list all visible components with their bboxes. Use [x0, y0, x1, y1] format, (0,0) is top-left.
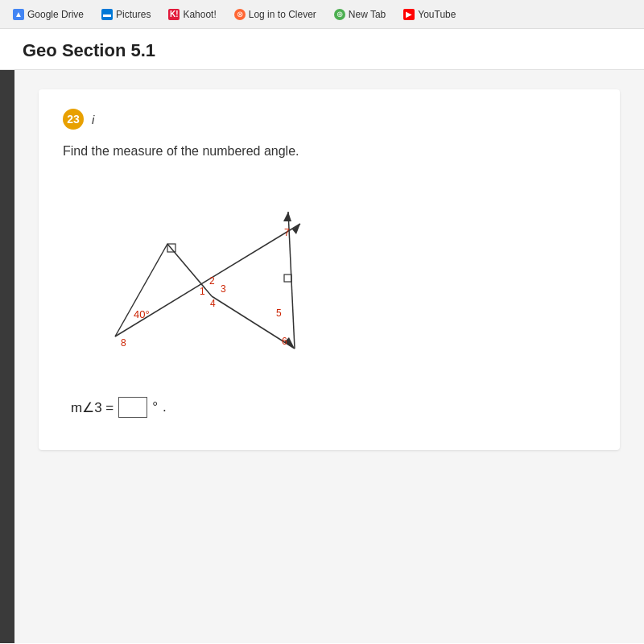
answer-prefix: m∠3 = — [71, 399, 114, 416]
browser-tab-bar: ▲ Google Drive ▬ Pictures K! Kahoot! ⊗ L… — [0, 0, 644, 29]
answer-input-box[interactable] — [118, 397, 147, 418]
period: . — [163, 399, 167, 415]
tab-clever[interactable]: ⊗ Log in to Clever — [228, 6, 323, 23]
kahoot-icon: K! — [168, 9, 180, 20]
answer-row: m∠3 = ° . — [63, 397, 596, 418]
question-part: i — [92, 113, 94, 126]
tab-label-clever: Log in to Clever — [249, 9, 316, 20]
tab-label-new-tab: New Tab — [349, 9, 386, 20]
clever-icon: ⊗ — [234, 9, 246, 20]
main-content: 23 i Find the measure of the numbered an… — [14, 70, 644, 643]
tab-google-drive[interactable]: ▲ Google Drive — [6, 6, 90, 23]
svg-text:6: 6 — [282, 336, 287, 347]
tab-label-kahoot: Kahoot! — [183, 9, 216, 20]
svg-text:40°: 40° — [134, 308, 150, 320]
pictures-icon: ▬ — [101, 9, 113, 20]
svg-marker-7 — [283, 212, 291, 221]
degree-symbol: ° — [152, 399, 158, 415]
svg-text:1: 1 — [200, 286, 205, 297]
youtube-icon: ▶ — [403, 9, 415, 20]
left-sidebar — [0, 70, 14, 643]
tab-youtube[interactable]: ▶ YouTube — [397, 6, 462, 23]
new-tab-icon: ⊕ — [334, 9, 345, 20]
page-title: Geo Section 5.1 — [23, 40, 155, 60]
svg-text:3: 3 — [221, 283, 226, 295]
svg-text:4: 4 — [210, 298, 216, 309]
svg-text:5: 5 — [276, 308, 282, 319]
geometry-diagram: 40° 1 2 3 4 5 6 7 8 — [79, 180, 336, 365]
tab-new-tab[interactable]: ⊕ New Tab — [328, 6, 392, 23]
svg-text:8: 8 — [121, 337, 126, 349]
tab-label-youtube: YouTube — [418, 9, 456, 20]
svg-marker-1 — [292, 224, 300, 234]
svg-text:2: 2 — [209, 275, 215, 287]
tab-label-pictures: Pictures — [116, 9, 151, 20]
question-container: 23 i Find the measure of the numbered an… — [39, 89, 620, 450]
main-layout: 23 i Find the measure of the numbered an… — [0, 70, 644, 643]
question-header: 23 i — [63, 109, 596, 130]
page-header: Geo Section 5.1 — [0, 29, 644, 70]
svg-rect-9 — [284, 275, 291, 282]
svg-line-3 — [115, 244, 167, 336]
tab-label-google-drive: Google Drive — [27, 9, 84, 20]
question-number: 23 — [63, 109, 84, 130]
tab-pictures[interactable]: ▬ Pictures — [95, 6, 157, 23]
svg-text:7: 7 — [284, 227, 290, 238]
tab-kahoot[interactable]: K! Kahoot! — [162, 6, 222, 23]
google-drive-icon: ▲ — [13, 9, 24, 20]
question-instruction: Find the measure of the numbered angle. — [63, 144, 596, 159]
diagram-wrapper: 40° 1 2 3 4 5 6 7 8 — [63, 180, 596, 365]
